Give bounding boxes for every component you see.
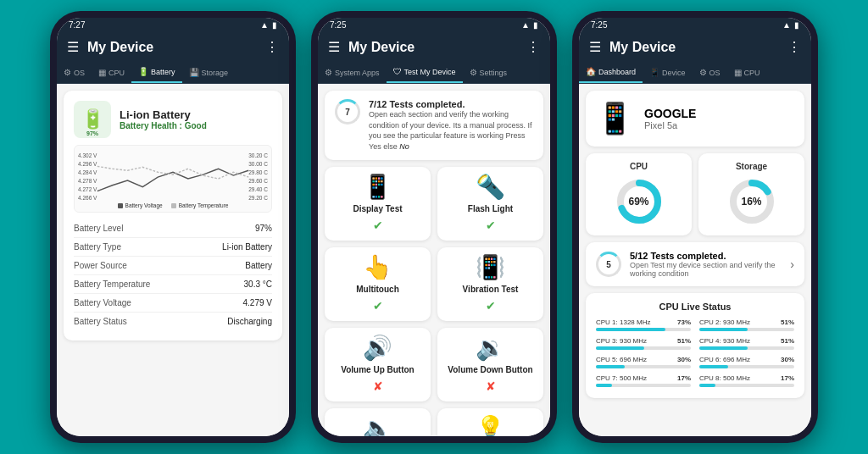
volup-test-status: ✘ xyxy=(373,379,383,393)
stat-voltage-label: Battery Voltage xyxy=(74,298,131,307)
tab-os-1[interactable]: ⚙ OS xyxy=(57,62,92,83)
test-card-multitouch[interactable]: 👆 Multitouch ✔ xyxy=(325,247,431,321)
multitouch-test-label: Multitouch xyxy=(356,285,399,294)
tests-progress-card[interactable]: 5 5/12 Tests completed. Open Test my dev… xyxy=(586,242,804,286)
display-test-icon: 📱 xyxy=(363,175,392,199)
battery-info-text: Li-ion Battery Battery Health : Good xyxy=(120,108,207,130)
cpu-8-pct: 17% xyxy=(781,374,794,382)
multitouch-test-icon: 👆 xyxy=(363,256,392,280)
more-icon-2[interactable]: ⋮ xyxy=(526,39,540,55)
device-tab-icon: 📱 xyxy=(649,68,659,77)
app-bar-1: ☰ My Device ⋮ xyxy=(57,32,289,62)
tab-sysapps[interactable]: ⚙ System Apps xyxy=(318,62,387,83)
device-name: GOOGLE Pixel 5a xyxy=(644,107,696,130)
stat-voltage-value: 4.279 V xyxy=(243,298,272,307)
multitouch-test-status: ✔ xyxy=(373,299,383,313)
tests-progress-num: 5 xyxy=(606,260,611,269)
cpu-3-bar-bg xyxy=(596,346,691,350)
tab-cpu-3[interactable]: ▦ CPU xyxy=(727,62,767,83)
tab-battery-1[interactable]: 🔋 Battery xyxy=(131,62,182,83)
progress-circle: 7 xyxy=(335,99,360,125)
temp-labels: 30.20 C 30.00 C 29.80 C 29.60 C 29.40 C … xyxy=(248,152,268,201)
cpu-row-2: CPU 2: 930 MHz 51% xyxy=(699,318,794,331)
stat-source-value: Battery xyxy=(245,261,272,270)
stat-status-value: Discharging xyxy=(227,317,272,326)
test-grid: 📱 Display Test ✔ 🔦 Flash Light ✔ 👆 Multi… xyxy=(325,167,543,436)
stat-status: Battery Status Discharging xyxy=(74,313,272,330)
tests-progress-circle: 5 xyxy=(596,252,621,277)
battery-percent-label: 97% xyxy=(74,130,111,136)
stat-type-label: Battery Type xyxy=(74,242,121,252)
testdevice-icon: 🛡 xyxy=(393,67,402,76)
cpu-live-title: CPU Live Status xyxy=(596,302,794,312)
cpu-1-label: CPU 1: 1328 MHz xyxy=(596,318,650,326)
v2: 4.296 V xyxy=(78,161,97,167)
chart-legend: Battery Voltage Battery Temperature xyxy=(75,202,271,208)
cpu-row-6: CPU 6: 696 MHz 30% xyxy=(699,356,794,368)
tab-device-label: Device xyxy=(662,69,686,77)
tab-os-3[interactable]: ⚙ OS xyxy=(693,62,727,83)
tab-dashboard[interactable]: 🏠 Dashboard xyxy=(579,62,643,83)
tab-testdevice[interactable]: 🛡 Test My Device xyxy=(387,62,463,83)
test-card-light[interactable]: 💡 Light Sensor ✔ xyxy=(437,408,543,436)
v4: 4.278 V xyxy=(78,178,97,184)
cpu-5-header: CPU 5: 696 MHz 30% xyxy=(596,356,691,363)
cpu-tab-icon-3: ▦ xyxy=(734,68,742,77)
os-icon: ⚙ xyxy=(64,68,71,77)
tab-os-label-3: OS xyxy=(709,69,721,77)
cpu-7-header: CPU 7: 500 MHz 17% xyxy=(596,374,691,382)
t4: 29.60 C xyxy=(248,178,268,184)
tab-device-3[interactable]: 📱 Device xyxy=(643,62,693,83)
test-card-vibration[interactable]: 📳 Vibration Test ✔ xyxy=(437,247,543,321)
status-bar-1: 7:27 ▲ ▮ xyxy=(57,18,289,32)
volup-test-label: Volume Up Button xyxy=(341,365,414,374)
progress-desc: Open each section and verify the working… xyxy=(369,109,533,152)
test-card-volup[interactable]: 🔊 Volume Up Button ✘ xyxy=(325,328,431,401)
cpu-4-bar xyxy=(699,346,748,350)
cpu-1-bar-bg xyxy=(596,328,691,331)
storage-tab-icon: 💾 xyxy=(189,68,199,77)
status-icons-1: ▲ ▮ xyxy=(260,20,277,30)
tab-cpu-1[interactable]: ▦ CPU xyxy=(92,62,131,83)
tab-settings-2[interactable]: ⚙ Settings xyxy=(463,62,515,83)
cpu-7-pct: 17% xyxy=(677,374,691,382)
app-bar-3: ☰ My Device ⋮ xyxy=(579,32,811,62)
cpu-1-header: CPU 1: 1328 MHz 73% xyxy=(596,318,691,326)
battery-icon-2: ▮ xyxy=(533,20,538,30)
phone-1: 7:27 ▲ ▮ ☰ My Device ⋮ ⚙ OS ▦ CPU 🔋 Batt… xyxy=(50,11,296,443)
test-progress-text: 7/12 Tests completed. Open each section … xyxy=(369,99,533,152)
more-icon-3[interactable]: ⋮ xyxy=(787,39,801,55)
dashboard-content: 📱 GOOGLE Pixel 5a CPU xyxy=(579,84,811,436)
test-card-voldown[interactable]: 🔉 Volume Down Button ✘ xyxy=(437,328,543,401)
stat-type-value: Li-ion Battery xyxy=(222,242,272,252)
phone-3: 7:25 ▲ ▮ ☰ My Device ⋮ 🏠 Dashboard 📱 Dev… xyxy=(572,11,818,443)
battery-type: Li-ion Battery xyxy=(120,108,207,121)
tab-cpu-label-3: CPU xyxy=(744,69,760,77)
battery-health-value: Good xyxy=(185,121,207,130)
tab-battery-label: Battery xyxy=(151,68,175,76)
more-icon-1[interactable]: ⋮ xyxy=(265,39,279,55)
hamburger-icon-3[interactable]: ☰ xyxy=(589,39,601,55)
tab-storage-1[interactable]: 💾 Storage xyxy=(182,62,236,83)
app-title-2: My Device xyxy=(348,40,518,55)
cpu-6-label: CPU 6: 696 MHz xyxy=(699,356,750,363)
voldown-test-icon: 🔉 xyxy=(476,336,505,360)
vibration-test-icon: 📳 xyxy=(476,256,505,280)
os-tab-icon-3: ⚙ xyxy=(699,68,707,77)
cpu-4-pct: 51% xyxy=(781,337,794,345)
cpu-3-header: CPU 3: 930 MHz 51% xyxy=(596,337,691,345)
metric-cpu-title: CPU xyxy=(630,162,648,171)
storage-donut: 16% xyxy=(726,176,777,227)
cpu-2-pct: 51% xyxy=(781,318,794,326)
v3: 4.284 V xyxy=(78,169,97,175)
test-card-speaker[interactable]: 🔈 Speaker Test ✘ xyxy=(325,408,431,436)
dash-inner: 📱 GOOGLE Pixel 5a CPU xyxy=(579,84,811,405)
hamburger-icon-2[interactable]: ☰ xyxy=(328,39,340,55)
test-card-flash[interactable]: 🔦 Flash Light ✔ xyxy=(437,167,543,241)
battery-big-icon: 🔋 97% xyxy=(74,101,111,138)
status-bar-3: 7:25 ▲ ▮ xyxy=(579,18,811,32)
cpu-2-bar xyxy=(699,328,748,331)
hamburger-icon-1[interactable]: ☰ xyxy=(67,39,79,55)
test-card-display[interactable]: 📱 Display Test ✔ xyxy=(325,167,431,241)
progress-title: 7/12 Tests completed. xyxy=(369,99,533,109)
